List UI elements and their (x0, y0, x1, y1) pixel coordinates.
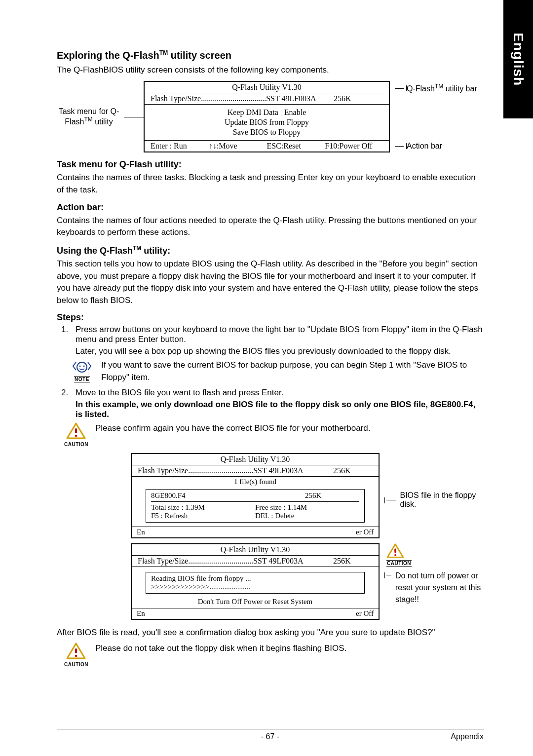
bios3-warning: Don't Turn Off Power or Reset System (132, 598, 379, 608)
bios-screen-1: Q-Flash Utility V1.30 Flash Type/Size...… (144, 81, 390, 152)
bios-screen-2: Q-Flash Utility V1.30 Flash Type/Size...… (131, 453, 380, 538)
step-2: Move to the BIOS file you want to flash … (71, 388, 484, 419)
bios3-progress-box: Reading BIOS file from floppy ... >>>>>>… (146, 572, 365, 594)
caution-text-1: Please confirm again you have the correc… (95, 422, 484, 435)
bios2-files-found: 1 file(s) found (132, 476, 379, 487)
svg-rect-5 (394, 548, 396, 553)
caution-icon: CAUTION (386, 543, 484, 567)
bios3-action-fragments: En er Off (132, 608, 379, 619)
bios-screen-2-diagram: Q-Flash Utility V1.30 Flash Type/Size...… (131, 453, 484, 538)
bios-screen-3-diagram: Q-Flash Utility V1.30 Flash Type/Size...… (131, 543, 484, 620)
heading-exploring: Exploring the Q-FlashTM utility screen (57, 49, 484, 61)
connector-line (124, 81, 144, 152)
bios-screen-3: Q-Flash Utility V1.30 Flash Type/Size...… (131, 543, 380, 620)
heading-using: Using the Q-FlashTM utility: (57, 245, 484, 256)
steps-list-2: Move to the BIOS file you want to flash … (57, 388, 484, 419)
step-1: Press arrow buttons on your keyboard to … (71, 325, 484, 356)
bios2-file-box: 8GE800.F4 256K Total size : 1.39M Free s… (146, 489, 365, 523)
heading-task-menu: Task menu for Q-Flash utility: (57, 159, 484, 170)
bios2-title: Q-Flash Utility V1.30 (132, 454, 379, 465)
language-tab: English (503, 0, 533, 118)
note-text: If you want to save the current BIOS for… (101, 359, 484, 383)
bios-title: Q-Flash Utility V1.30 (145, 82, 389, 93)
page-number: - 67 - (261, 732, 279, 741)
right-labels: Q-FlashTM utility bar Action bar (390, 81, 484, 152)
caution-text-2: Please do not take out the floppy disk w… (95, 643, 484, 655)
bios-action-bar: Enter : Run ↑↓:Move ESC:Reset F10:Power … (145, 141, 389, 151)
caution-icon: CAUTION (64, 422, 88, 448)
task-menu-desc: Contains the names of three tasks. Block… (57, 172, 484, 196)
bios3-title: Q-Flash Utility V1.30 (132, 544, 379, 555)
label-action-bar: Action bar (407, 142, 442, 151)
bios-file-name: 8GE800.F4 (151, 491, 305, 500)
svg-rect-3 (75, 428, 77, 433)
qflash-screen-diagram: Task menu for Q-FlashTM utility Q-Flash … (57, 81, 484, 152)
bios3-reading: Reading BIOS file from floppy ... (151, 574, 359, 583)
note-icon: NOTE (70, 359, 94, 383)
bios-flash-info: Flash Type/Size.........................… (145, 93, 389, 105)
intro-text: The Q-FlashBIOS utility screen consists … (57, 64, 484, 76)
svg-rect-7 (75, 648, 77, 653)
bios-task-list: Keep DMI Data Enable Update BIOS from Fl… (145, 105, 389, 141)
svg-point-2 (83, 366, 85, 367)
svg-point-1 (79, 366, 81, 367)
caution-block-1: CAUTION Please confirm again you have th… (64, 422, 484, 448)
caution-icon: CAUTION (64, 643, 88, 668)
using-desc: This section tells you how to update BIO… (57, 258, 484, 307)
bios3-flash-info: Flash Type/Size.........................… (132, 555, 379, 567)
svg-point-8 (75, 655, 77, 657)
heading-action-bar: Action bar: (57, 202, 484, 213)
annotation-caution: CAUTION Do not turn off power or reset y… (380, 543, 484, 605)
footer-section: Appendix (451, 732, 484, 741)
page-footer: - 67 - Appendix (57, 729, 484, 741)
action-bar-desc: Contains the names of four actions neede… (57, 215, 484, 239)
document-page: English Exploring the Q-FlashTM utility … (0, 0, 533, 756)
svg-point-4 (75, 435, 77, 437)
note-block: NOTE If you want to save the current BIO… (70, 359, 484, 383)
svg-point-0 (77, 362, 87, 372)
heading-steps: Steps: (57, 312, 484, 323)
language-label: English (510, 33, 526, 86)
caution-block-2: CAUTION Please do not take out the flopp… (64, 643, 484, 668)
after-read-text: After BIOS file is read, you'll see a co… (57, 627, 484, 639)
steps-list: Press arrow buttons on your keyboard to … (57, 325, 484, 356)
annotation-bios-file: BIOS file in the floppy disk. (380, 453, 484, 538)
label-task-menu: Task menu for Q-FlashTM utility (57, 81, 124, 152)
bios2-action-fragments: En er Off (132, 527, 379, 537)
svg-point-6 (394, 554, 396, 556)
bios2-flash-info: Flash Type/Size.........................… (132, 465, 379, 476)
bios3-progress: >>>>>>>>>>>>>>...................... (151, 583, 359, 591)
